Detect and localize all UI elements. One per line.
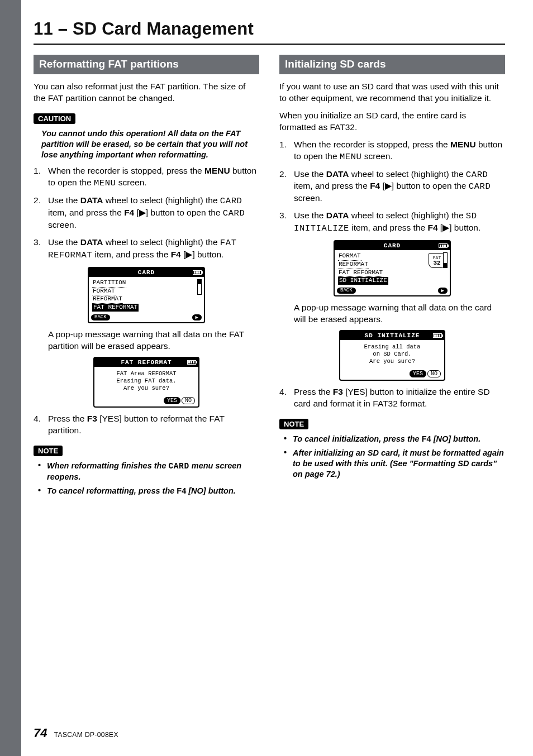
selected-item: SD INITIALIZE — [338, 277, 388, 285]
section-heading-left: Reformatting FAT partitions — [34, 55, 259, 74]
chapter-title: 11 – SD Card Management — [34, 19, 505, 39]
intro-right-2: When you initialize an SD card, the enti… — [279, 110, 505, 133]
battery-icon — [187, 360, 196, 365]
page: 11 – SD Card Management Reformatting FAT… — [0, 0, 533, 756]
note-item: To cancel reformatting, press the F4 [NO… — [38, 486, 259, 496]
lcd-confirm-right: SD INITIALIZE Erasing all data on SD Car… — [339, 330, 445, 381]
intro-left: You can also reformat just the FAT parti… — [34, 81, 259, 104]
notes-left: When reformatting finishes the CARD menu… — [38, 461, 259, 496]
step-2: Use the DATA wheel to select (highlight)… — [279, 169, 505, 205]
column-right: Initializing SD cards If you want to use… — [279, 55, 505, 499]
battery-icon — [193, 270, 202, 275]
lcd-card-menu-right: CARD FORMAT REFORMAT FAT REFORMAT SD INI… — [334, 240, 451, 296]
selected-item: FAT REFORMAT — [92, 304, 139, 312]
note-item: To cancel initialization, press the F4 [… — [284, 434, 505, 444]
step-4: Press the F3 [YES] button to initialize … — [279, 386, 505, 410]
step-1: When the recorder is stopped, press the … — [34, 165, 259, 189]
lcd-title: CARD — [100, 269, 193, 276]
battery-icon — [439, 243, 448, 248]
steps-left-2: Press the F3 [YES] button to reformat th… — [34, 413, 259, 437]
step-4: Press the F3 [YES] button to reformat th… — [34, 413, 259, 437]
caution-body: You cannot undo this operation! All data… — [41, 128, 259, 160]
no-button: NO — [182, 397, 195, 404]
note-label-right: NOTE — [279, 419, 308, 429]
title-rule — [34, 44, 505, 45]
steps-right-2: Press the F3 [YES] button to initialize … — [279, 386, 505, 410]
step-2: Use the DATA wheel to select (highlight)… — [34, 195, 259, 231]
scrollbar — [443, 252, 448, 268]
page-number: 74 — [34, 726, 47, 740]
after-lcd1-left: A pop-up message warning that all data o… — [48, 329, 259, 352]
yes-button: YES — [410, 370, 426, 377]
back-button: BACK — [337, 288, 356, 294]
model-name: TASCAM DP-008EX — [54, 731, 118, 739]
lcd-confirm-left: FAT REFORMAT FAT Area REFORMAT Erasing F… — [93, 357, 199, 408]
fwd-button: ▶ — [192, 314, 202, 320]
back-button: BACK — [91, 314, 110, 320]
note-item: When reformatting finishes the CARD menu… — [38, 461, 259, 482]
section-heading-right: Initializing SD cards — [279, 55, 505, 74]
yes-button: YES — [164, 397, 180, 404]
scrollbar — [197, 279, 202, 295]
step-1: When the recorder is stopped, press the … — [279, 139, 505, 163]
page-footer: 74 TASCAM DP-008EX — [34, 726, 118, 740]
lcd-card-menu-left: CARD PARTITION FORMAT REFORMAT FAT REFOR… — [88, 267, 205, 323]
no-button: NO — [427, 370, 441, 377]
step-3: Use the DATA wheel to select (highlight)… — [34, 237, 259, 261]
battery-icon — [433, 333, 442, 338]
steps-right: When the recorder is stopped, press the … — [279, 139, 505, 235]
after-lcd1-right: A pop-up message warning that all data o… — [294, 302, 505, 326]
steps-left: When the recorder is stopped, press the … — [34, 165, 259, 261]
side-tab — [0, 0, 21, 756]
caution-label: CAUTION — [34, 113, 75, 124]
intro-right-1: If you want to use an SD card that was u… — [279, 81, 505, 104]
note-label-left: NOTE — [34, 446, 63, 456]
column-left: Reformatting FAT partitions You can also… — [34, 55, 259, 499]
note-item: After initializing an SD card, it must b… — [284, 448, 505, 480]
notes-right: To cancel initialization, press the F4 [… — [284, 434, 505, 479]
step-3: Use the DATA wheel to select (highlight)… — [279, 210, 505, 235]
fwd-button: ▶ — [438, 288, 448, 294]
